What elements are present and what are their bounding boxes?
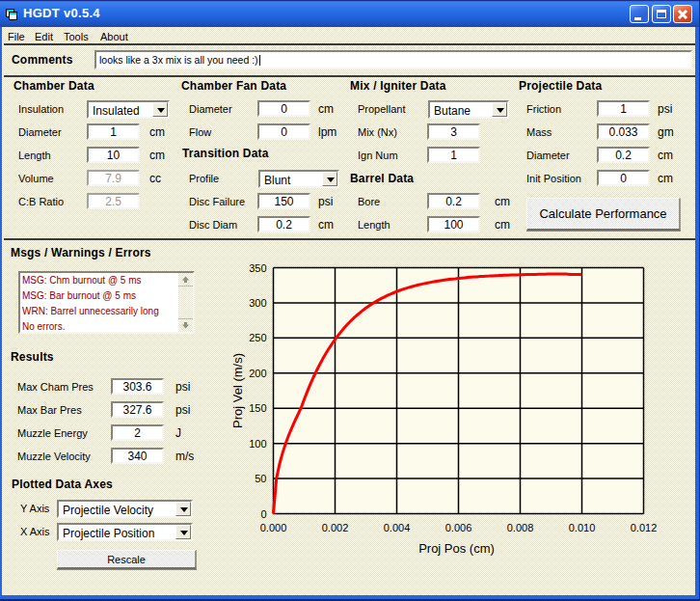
svg-text:0.004: 0.004 xyxy=(384,522,411,533)
svg-text:350: 350 xyxy=(249,262,266,274)
svg-text:300: 300 xyxy=(249,297,266,309)
svg-text:200: 200 xyxy=(249,368,266,379)
svg-text:250: 250 xyxy=(249,332,266,343)
svg-text:0: 0 xyxy=(260,508,266,520)
svg-text:100: 100 xyxy=(249,438,266,450)
svg-text:150: 150 xyxy=(249,402,266,414)
svg-text:0.012: 0.012 xyxy=(631,522,658,533)
svg-text:0.008: 0.008 xyxy=(507,522,534,533)
svg-text:0.010: 0.010 xyxy=(569,522,596,533)
svg-text:Proj Vel (m/s): Proj Vel (m/s) xyxy=(230,353,245,428)
svg-text:50: 50 xyxy=(255,473,266,484)
svg-text:Proj Pos (cm): Proj Pos (cm) xyxy=(418,541,495,556)
svg-text:0.006: 0.006 xyxy=(445,522,472,533)
svg-text:0.000: 0.000 xyxy=(260,522,287,533)
svg-text:0.002: 0.002 xyxy=(322,522,349,533)
